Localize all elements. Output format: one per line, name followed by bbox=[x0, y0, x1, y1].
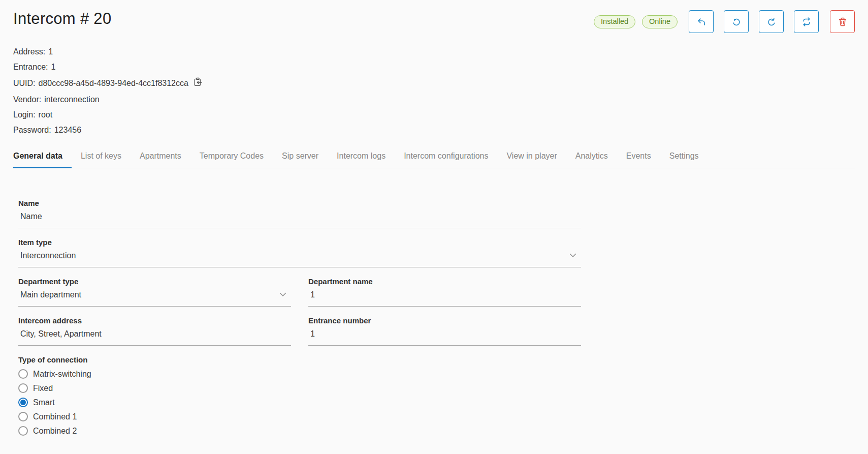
info-value: d80ccc98-a45d-4893-94ed-4cc1f8312cca bbox=[39, 78, 188, 88]
refresh-icon bbox=[766, 17, 777, 27]
radio-option-combined-1[interactable]: Combined 1 bbox=[18, 412, 581, 421]
info-label: Entrance: bbox=[13, 62, 48, 72]
history-icon bbox=[731, 17, 742, 27]
sync-button[interactable] bbox=[794, 10, 819, 33]
info-value: 123456 bbox=[54, 125, 81, 135]
department-type-field-label: Department type bbox=[18, 277, 291, 286]
radio-option-fixed[interactable]: Fixed bbox=[18, 383, 581, 393]
radio-circle-icon bbox=[18, 383, 28, 393]
intercom-address-field-label: Intercom address bbox=[18, 316, 291, 325]
online-badge: Online bbox=[642, 15, 678, 28]
name-field-group: Name bbox=[18, 199, 581, 228]
info-value: 1 bbox=[48, 47, 53, 56]
item-type-field-label: Item type bbox=[18, 238, 581, 247]
tab-list-of-keys[interactable]: List of keys bbox=[72, 146, 131, 168]
connection-type-group: Type of connection Matrix-switching Fixe… bbox=[18, 355, 581, 436]
tab-sip-server[interactable]: Sip server bbox=[273, 146, 328, 168]
header-controls: Installed Online bbox=[594, 10, 855, 33]
tab-events[interactable]: Events bbox=[617, 146, 660, 168]
info-value: root bbox=[39, 110, 53, 119]
info-label: Login: bbox=[13, 110, 36, 119]
refresh-button[interactable] bbox=[759, 10, 784, 33]
radio-option-combined-2[interactable]: Combined 2 bbox=[18, 426, 581, 436]
info-row-uuid: UUID: d80ccc98-a45d-4893-94ed-4cc1f8312c… bbox=[13, 77, 855, 89]
tab-temporary-codes[interactable]: Temporary Codes bbox=[190, 146, 273, 168]
connection-type-label: Type of connection bbox=[18, 355, 581, 364]
entrance-number-field-group: Entrance number bbox=[308, 316, 581, 346]
info-row-entrance: Entrance: 1 bbox=[13, 62, 855, 72]
item-type-select[interactable] bbox=[18, 251, 581, 267]
installed-badge: Installed bbox=[594, 15, 635, 28]
radio-option-label: Combined 1 bbox=[33, 412, 77, 421]
entrance-number-field-label: Entrance number bbox=[308, 316, 581, 325]
tab-general-data[interactable]: General data bbox=[13, 146, 72, 168]
status-badges: Installed Online bbox=[594, 15, 678, 28]
radio-circle-icon bbox=[18, 412, 28, 421]
radio-selected-icon bbox=[18, 398, 28, 407]
department-type-select[interactable] bbox=[18, 290, 291, 307]
radio-option-matrix-switching[interactable]: Matrix-switching bbox=[18, 369, 581, 379]
intercom-address-input[interactable] bbox=[18, 329, 291, 346]
tab-intercom-logs[interactable]: Intercom logs bbox=[328, 146, 395, 168]
radio-option-label: Matrix-switching bbox=[33, 370, 91, 379]
copy-uuid-button[interactable] bbox=[193, 77, 203, 89]
tab-intercom-configurations[interactable]: Intercom configurations bbox=[395, 146, 497, 168]
radio-option-label: Combined 2 bbox=[33, 427, 77, 436]
delete-button[interactable] bbox=[830, 10, 855, 33]
info-value: 1 bbox=[51, 62, 55, 72]
intercom-address-field-group: Intercom address bbox=[18, 316, 291, 346]
name-field-label: Name bbox=[18, 199, 581, 207]
info-label: Password: bbox=[13, 125, 51, 135]
info-row-address: Address: 1 bbox=[13, 47, 855, 56]
undo-icon bbox=[696, 17, 706, 27]
page-title: Intercom # 20 bbox=[13, 8, 111, 28]
entrance-number-input[interactable] bbox=[308, 329, 581, 346]
tab-analytics[interactable]: Analytics bbox=[566, 146, 617, 168]
radio-circle-icon bbox=[18, 426, 28, 436]
tab-apartments[interactable]: Apartments bbox=[131, 146, 190, 168]
tab-settings[interactable]: Settings bbox=[660, 146, 708, 168]
radio-option-label: Smart bbox=[33, 398, 55, 407]
intercom-detail-page: Intercom # 20 Installed Online bbox=[0, 0, 868, 436]
trash-icon bbox=[838, 17, 848, 27]
name-input[interactable] bbox=[18, 212, 581, 228]
department-name-field-label: Department name bbox=[308, 277, 581, 286]
radio-option-label: Fixed bbox=[33, 384, 53, 393]
department-type-field-group: Department type bbox=[18, 277, 291, 307]
department-name-field-group: Department name bbox=[308, 277, 581, 307]
copy-icon bbox=[193, 77, 203, 89]
info-label: UUID: bbox=[13, 78, 36, 88]
item-type-field-group: Item type bbox=[18, 238, 581, 267]
tab-view-in-player[interactable]: View in player bbox=[497, 146, 566, 168]
department-name-input[interactable] bbox=[308, 290, 581, 307]
sync-icon bbox=[801, 17, 812, 27]
info-row-password: Password: 123456 bbox=[13, 125, 855, 135]
undo-button[interactable] bbox=[689, 10, 714, 33]
page-header: Intercom # 20 Installed Online bbox=[13, 8, 855, 33]
info-row-vendor: Vendor: interconnection bbox=[13, 95, 855, 104]
info-value: interconnection bbox=[44, 95, 100, 104]
general-data-form: Name Item type Department type bbox=[18, 199, 581, 436]
device-info-list: Address: 1 Entrance: 1 UUID: d80ccc98-a4… bbox=[13, 47, 855, 135]
tab-bar: General data List of keys Apartments Tem… bbox=[13, 146, 855, 168]
info-label: Address: bbox=[13, 47, 45, 56]
radio-circle-icon bbox=[18, 369, 28, 379]
radio-option-smart[interactable]: Smart bbox=[18, 398, 581, 407]
info-label: Vendor: bbox=[13, 95, 41, 104]
info-row-login: Login: root bbox=[13, 110, 855, 119]
history-button[interactable] bbox=[724, 10, 749, 33]
